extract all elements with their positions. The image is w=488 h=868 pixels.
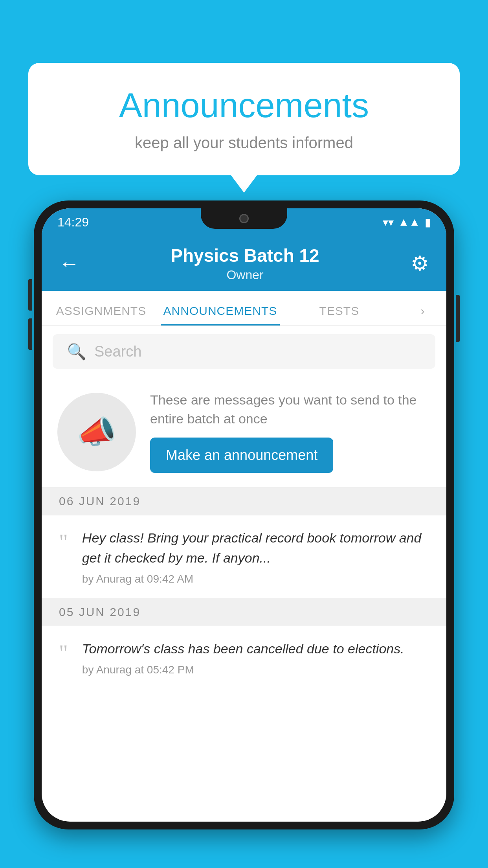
promo-right: These are messages you want to send to t… [150, 391, 431, 473]
status-time: 14:29 [57, 215, 89, 230]
tabs-container: ASSIGNMENTS ANNOUNCEMENTS TESTS › [42, 291, 446, 326]
megaphone-icon: 📣 [77, 414, 116, 451]
tab-more[interactable]: › [399, 304, 446, 326]
promo-icon-circle: 📣 [57, 393, 136, 471]
wifi-icon: ▾▾ [383, 216, 394, 229]
date-separator-1: 06 JUN 2019 [42, 487, 446, 515]
status-icons: ▾▾ ▲▲ ▮ [383, 216, 431, 229]
vol-down-button[interactable] [28, 318, 32, 350]
speech-bubble-title: Announcements [60, 86, 428, 125]
phone-notch [201, 208, 287, 229]
phone-outer: 14:29 ▾▾ ▲▲ ▮ ← Physics Batch 12 Owner ⚙ [34, 200, 454, 829]
speech-bubble-subtitle: keep all your students informed [60, 134, 428, 152]
quote-icon-1: " [59, 531, 68, 553]
announcement-content-2: Tomorrow's class has been cancelled due … [82, 639, 429, 676]
phone-screen: 14:29 ▾▾ ▲▲ ▮ ← Physics Batch 12 Owner ⚙ [42, 208, 446, 822]
announcement-meta-2: by Anurag at 05:42 PM [82, 664, 429, 676]
power-button[interactable] [456, 295, 460, 342]
announcement-meta-1: by Anurag at 09:42 AM [82, 573, 429, 585]
phone-wrapper: 14:29 ▾▾ ▲▲ ▮ ← Physics Batch 12 Owner ⚙ [34, 200, 454, 868]
battery-icon: ▮ [425, 216, 431, 229]
announcement-text-2: Tomorrow's class has been cancelled due … [82, 639, 429, 659]
speech-bubble: Announcements keep all your students inf… [28, 63, 460, 175]
vol-up-button[interactable] [28, 279, 32, 311]
announcement-item-1[interactable]: " Hey class! Bring your practical record… [42, 515, 446, 598]
header-title-block: Physics Batch 12 Owner [79, 245, 411, 282]
signal-icon: ▲▲ [398, 216, 420, 228]
app-header: ← Physics Batch 12 Owner ⚙ [42, 236, 446, 291]
quote-icon-2: " [59, 642, 68, 664]
back-button[interactable]: ← [59, 252, 79, 275]
make-announcement-button[interactable]: Make an announcement [150, 438, 333, 473]
front-camera [239, 214, 249, 223]
announcement-text-1: Hey class! Bring your practical record b… [82, 528, 429, 568]
tab-assignments[interactable]: ASSIGNMENTS [42, 304, 161, 326]
header-subtitle: Owner [79, 268, 411, 282]
promo-description: These are messages you want to send to t… [150, 391, 431, 428]
settings-icon[interactable]: ⚙ [411, 252, 429, 275]
search-bar[interactable]: 🔍 Search [53, 334, 435, 369]
announcement-content-1: Hey class! Bring your practical record b… [82, 528, 429, 585]
date-separator-2: 05 JUN 2019 [42, 598, 446, 626]
tab-tests[interactable]: TESTS [280, 304, 399, 326]
tab-announcements[interactable]: ANNOUNCEMENTS [161, 304, 280, 326]
search-icon: 🔍 [67, 342, 86, 361]
header-title: Physics Batch 12 [79, 245, 411, 266]
search-container: 🔍 Search [42, 326, 446, 377]
search-placeholder: Search [94, 343, 141, 360]
promo-block: 📣 These are messages you want to send to… [42, 377, 446, 487]
speech-bubble-container: Announcements keep all your students inf… [28, 63, 460, 175]
announcement-item-2[interactable]: " Tomorrow's class has been cancelled du… [42, 626, 446, 689]
